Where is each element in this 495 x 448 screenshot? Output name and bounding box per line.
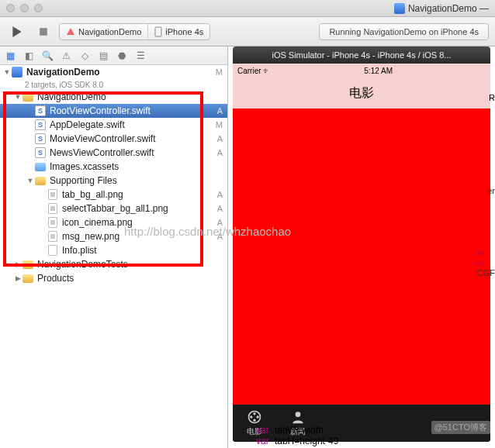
root-name: NavigationDemo <box>26 67 100 77</box>
carrier-label: Carrier <box>237 67 261 75</box>
svg-point-4 <box>257 415 259 418</box>
window-title: NavigationDemo — <box>394 3 489 14</box>
tree-item[interactable]: Images.xcassets <box>0 160 227 174</box>
project-tree[interactable]: ▼ NavigationDemo M 2 targets, iOS SDK 8.… <box>0 65 227 448</box>
file-icon <box>47 202 59 215</box>
simulator-screen[interactable]: Carrier ᯤ 5:12 AM 电影 电影 新闻 <box>233 64 490 442</box>
phone-content[interactable] <box>233 109 490 405</box>
item-label: msg_new.png <box>62 231 119 242</box>
disclosure-icon[interactable]: ▶ <box>14 260 22 268</box>
scm-badge: A <box>217 134 223 143</box>
disclosure-icon[interactable]: ▼ <box>14 93 22 101</box>
scm-badge: A <box>217 218 223 227</box>
zoom-dot[interactable] <box>34 4 43 12</box>
scm-badge: A <box>217 204 223 213</box>
scheme-app: NavigationDemo <box>78 27 141 36</box>
file-icon: S <box>34 105 47 117</box>
window-title-text: NavigationDemo — <box>408 3 489 14</box>
scm-badge: A <box>217 232 223 241</box>
scm-badge: M <box>216 120 223 129</box>
file-icon <box>22 272 34 284</box>
close-dot[interactable] <box>6 4 15 12</box>
tree-item[interactable]: ▶NavigationDemoTests <box>0 257 227 271</box>
tree-item[interactable]: tab_bg_all.pngA <box>0 188 227 202</box>
phone-navbar: 电影 <box>233 78 490 109</box>
scm-badge: A <box>217 148 223 157</box>
code-fragment-right: Roc <box>489 93 495 140</box>
tree-item[interactable]: Info.plist <box>0 243 227 257</box>
tree-item[interactable]: SAppDelegate.swiftM <box>0 118 227 132</box>
traffic-lights[interactable] <box>6 4 43 12</box>
scm-badge: A <box>217 190 223 199</box>
status-text: Running NavigationDemo on iPhone 4s <box>329 27 479 36</box>
scm-badge: A <box>217 106 223 115</box>
scm-badge: M <box>216 67 223 77</box>
run-button[interactable] <box>6 22 28 41</box>
keyword: var <box>256 436 269 446</box>
symbol-navigator-tab[interactable]: ◧ <box>22 50 36 61</box>
device-icon <box>154 26 162 37</box>
item-label: RootViewController.swift <box>50 105 151 116</box>
report-navigator-tab[interactable]: ☰ <box>133 50 147 61</box>
code-bottom: var tabW=width var tabH=height-49 <box>256 425 338 446</box>
find-navigator-tab[interactable]: 🔍 <box>40 50 54 61</box>
code-text: he <box>475 248 484 257</box>
tree-item[interactable]: selectTabbar_bg_all1.pngA <box>0 202 227 215</box>
tree-item[interactable]: msg_new.pngA <box>0 229 227 243</box>
file-icon <box>34 174 47 187</box>
phone-statusbar: Carrier ᯤ 5:12 AM <box>233 64 490 78</box>
code-fragment: he co :CGF <box>475 248 495 278</box>
minimize-dot[interactable] <box>20 4 29 12</box>
file-icon: S <box>34 119 47 131</box>
file-icon <box>22 91 34 103</box>
project-navigator-tab[interactable]: ▦ <box>3 50 17 61</box>
tree-item[interactable]: icon_cinema.pngA <box>0 215 227 229</box>
disclosure-icon[interactable]: ▼ <box>3 68 11 76</box>
navigator-panel: ▦ ◧ 🔍 ⚠ ◇ ▤ ⬣ ☰ ▼ NavigationDemo M 2 tar… <box>0 47 228 448</box>
tree-item[interactable]: SRootViewController.swiftA <box>0 104 227 118</box>
tree-item[interactable]: SNewsViewController.swiftA <box>0 146 227 160</box>
source-badge: @51CTO博客 <box>431 421 490 434</box>
wifi-icon: ᯤ <box>263 67 271 75</box>
tree-item[interactable]: SMovieViewController.swiftA <box>0 132 227 146</box>
item-label: NavigationDemo <box>37 91 106 102</box>
item-label: selectTabbar_bg_all1.png <box>62 203 168 214</box>
navigator-tabs[interactable]: ▦ ◧ 🔍 ⚠ ◇ ▤ ⬣ ☰ <box>0 47 227 65</box>
file-icon: S <box>34 146 47 159</box>
item-label: NewsViewController.swift <box>50 147 154 158</box>
svg-point-6 <box>250 415 252 418</box>
issue-navigator-tab[interactable]: ⚠ <box>59 50 73 61</box>
scheme-dest: iPhone 4s <box>165 27 203 36</box>
file-icon <box>47 244 59 257</box>
tree-item[interactable]: ▼NavigationDemo <box>0 90 227 104</box>
file-icon <box>22 258 34 271</box>
project-icon <box>11 66 23 78</box>
item-label: Products <box>37 273 74 284</box>
item-label: icon_cinema.png <box>62 217 133 228</box>
disclosure-icon[interactable]: ▶ <box>14 274 22 282</box>
code-text: :CGF <box>475 268 495 277</box>
svg-point-5 <box>253 419 255 422</box>
item-label: MovieViewController.swift <box>50 133 156 144</box>
tree-root[interactable]: ▼ NavigationDemo M <box>0 65 227 79</box>
stop-button[interactable] <box>33 22 54 41</box>
debug-navigator-tab[interactable]: ▤ <box>96 50 110 61</box>
item-label: AppDelegate.swift <box>50 119 125 130</box>
app-icon <box>66 27 75 36</box>
simulator-title: iOS Simulator - iPhone 4s - iPhone 4s / … <box>272 50 451 60</box>
file-icon <box>34 160 47 173</box>
code-fragment: er <box>487 186 495 196</box>
item-label: Supporting Files <box>50 175 117 186</box>
test-navigator-tab[interactable]: ◇ <box>78 50 92 61</box>
disclosure-icon[interactable]: ▼ <box>26 177 34 184</box>
activity-status: Running NavigationDemo on iPhone 4s <box>319 23 489 40</box>
code-text: tabW=width <box>275 425 324 436</box>
breakpoint-navigator-tab[interactable]: ⬣ <box>115 50 129 61</box>
status-time: 5:12 AM <box>364 67 393 75</box>
tree-item[interactable]: ▶Products <box>0 271 227 285</box>
scheme-selector[interactable]: NavigationDemo iPhone 4s <box>59 23 210 40</box>
simulator-titlebar[interactable]: iOS Simulator - iPhone 4s - iPhone 4s / … <box>233 47 490 64</box>
code-text: Roc <box>489 93 495 102</box>
code-text: er <box>487 186 495 195</box>
tree-item[interactable]: ▼Supporting Files <box>0 174 227 188</box>
